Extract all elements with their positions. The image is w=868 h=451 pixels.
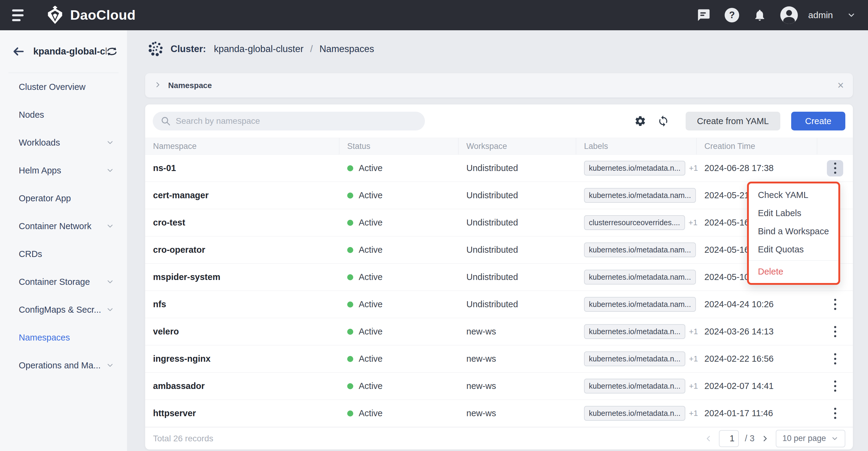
page-count: / 3	[745, 433, 754, 444]
label-chip[interactable]: kubernetes.io/metadata.n...	[584, 161, 685, 175]
label-chip[interactable]: kubernetes.io/metadata.n...	[584, 351, 685, 366]
breadcrumb-cluster[interactable]: kpanda-global-cluster	[214, 44, 303, 55]
labels-cell: kubernetes.io/metadata.n...+1	[576, 400, 696, 427]
sidebar-item-namespaces[interactable]: Namespaces	[0, 323, 127, 351]
row-actions-cell	[817, 400, 853, 427]
back-icon[interactable]	[13, 47, 24, 56]
menu-item-edit-labels[interactable]: Edit Labels	[749, 204, 838, 222]
namespace-name[interactable]: cert-manager	[145, 182, 339, 209]
row-actions-cell	[817, 291, 853, 318]
help-icon[interactable]: ?	[725, 8, 739, 22]
column-header-workspace[interactable]: Workspace	[459, 138, 576, 154]
menu-item-delete[interactable]: Delete	[749, 262, 838, 281]
chevron-down-icon	[106, 222, 114, 230]
sidebar-item-container-storage[interactable]: Container Storage	[0, 268, 127, 296]
namespace-name[interactable]: ambassador	[145, 373, 339, 399]
settings-gear-icon[interactable]	[634, 115, 646, 127]
column-header-creation-time[interactable]: Creation Time	[696, 138, 817, 154]
row-actions-kebab-icon[interactable]	[827, 296, 843, 313]
label-chip[interactable]: kubernetes.io/metadata.n...	[584, 324, 685, 339]
page-number-input[interactable]	[719, 430, 739, 447]
sidebar-item-workloads[interactable]: Workloads	[0, 129, 127, 157]
namespace-name[interactable]: cro-test	[145, 209, 339, 236]
status-cell: Active	[339, 182, 459, 209]
label-chip[interactable]: kubernetes.io/metadata.nam...	[584, 188, 696, 203]
column-header-namespace[interactable]: Namespace	[145, 138, 339, 154]
label-chip[interactable]: clusterresourceoverrides....	[584, 215, 685, 230]
sidebar-item-container-network[interactable]: Container Network	[0, 212, 127, 240]
status-dot	[347, 247, 353, 253]
brand-logo[interactable]: DaoCloud	[46, 5, 135, 25]
expand-chevron-right-icon[interactable]	[154, 81, 162, 90]
row-actions-kebab-icon[interactable]	[827, 378, 843, 394]
prev-page-icon[interactable]	[704, 434, 713, 443]
switch-cluster-icon[interactable]	[106, 47, 117, 56]
sidebar-item-helm-apps[interactable]: Helm Apps	[0, 157, 127, 184]
row-actions-kebab-icon[interactable]	[827, 160, 843, 176]
refresh-icon[interactable]	[657, 115, 669, 127]
sidebar-item-cluster-overview[interactable]: Cluster Overview	[0, 73, 127, 101]
sidebar-item-label: Operator App	[19, 193, 114, 203]
chevron-down-icon	[106, 138, 114, 147]
menu-item-check-yaml[interactable]: Check YAML	[749, 186, 838, 204]
column-header-labels[interactable]: Labels	[576, 138, 696, 154]
page-size-select[interactable]: 10 per page	[776, 430, 845, 447]
search-box[interactable]	[153, 112, 425, 131]
row-context-menu: Check YAMLEdit LabelsBind a WorkspaceEdi…	[747, 181, 840, 285]
labels-cell: kubernetes.io/metadata.n...+1	[576, 318, 696, 345]
label-chip[interactable]: kubernetes.io/metadata.nam...	[584, 297, 696, 312]
avatar[interactable]	[780, 6, 798, 24]
user-menu-chevron-down-icon[interactable]	[847, 10, 856, 20]
status-dot	[347, 411, 353, 417]
close-icon[interactable]: ×	[837, 80, 844, 91]
status-cell: Active	[339, 209, 459, 236]
namespace-notice-bar[interactable]: Namespace ×	[145, 73, 853, 97]
chat-icon[interactable]	[697, 8, 711, 22]
sidebar-item-operator-app[interactable]: Operator App	[0, 184, 127, 212]
sidebar-item-nodes[interactable]: Nodes	[0, 101, 127, 129]
namespace-name[interactable]: ingress-nginx	[145, 345, 339, 372]
sidebar-item-crds[interactable]: CRDs	[0, 240, 127, 268]
label-chip[interactable]: kubernetes.io/metadata.n...	[584, 406, 685, 421]
next-page-icon[interactable]	[761, 434, 770, 443]
sidebar-item-configmaps-secr[interactable]: ConfigMaps & Secr...	[0, 296, 127, 323]
sidebar-item-label: Workloads	[19, 138, 106, 148]
bell-icon[interactable]	[753, 8, 766, 22]
label-chip[interactable]: kubernetes.io/metadata.nam...	[584, 243, 696, 257]
labels-cell: kubernetes.io/metadata.n...+1	[576, 345, 696, 372]
menu-item-edit-quotas[interactable]: Edit Quotas	[749, 240, 838, 258]
namespace-name[interactable]: velero	[145, 318, 339, 345]
namespace-name[interactable]: mspider-system	[145, 264, 339, 290]
create-from-yaml-button[interactable]: Create from YAML	[686, 112, 780, 131]
row-actions-kebab-icon[interactable]	[827, 351, 843, 367]
table-row: httpserverActivenew-wskubernetes.io/meta…	[145, 400, 853, 427]
daocloud-logo-icon	[46, 5, 63, 25]
namespace-name[interactable]: nfs	[145, 291, 339, 318]
breadcrumb-current: Namespaces	[319, 44, 374, 55]
cluster-name[interactable]: kpanda-global-cl...	[33, 46, 106, 57]
table-row: mspider-systemActiveUndistributedkuberne…	[145, 264, 853, 291]
breadcrumb-separator: /	[310, 44, 313, 55]
search-input[interactable]	[176, 116, 417, 126]
status-label: Active	[359, 299, 382, 309]
hamburger-menu-icon[interactable]	[12, 9, 24, 21]
namespace-name[interactable]: httpserver	[145, 400, 339, 427]
page-size-value: 10 per page	[782, 434, 826, 443]
menu-item-bind-a-workspace[interactable]: Bind a Workspace	[749, 222, 838, 240]
create-button[interactable]: Create	[791, 112, 845, 131]
status-label: Active	[359, 218, 382, 228]
label-chip[interactable]: kubernetes.io/metadata.n...	[584, 379, 685, 394]
row-actions-kebab-icon[interactable]	[827, 323, 843, 340]
row-actions-kebab-icon[interactable]	[827, 405, 843, 422]
label-more-count[interactable]: +1	[689, 218, 698, 227]
select-chevron-down-icon	[831, 435, 839, 443]
cluster-dots-icon	[148, 41, 164, 57]
label-chip[interactable]: kubernetes.io/metadata.nam...	[584, 270, 696, 284]
labels-cell: kubernetes.io/metadata.nam...	[576, 182, 696, 209]
namespace-name[interactable]: ns-01	[145, 155, 339, 181]
breadcrumb-label: Cluster:	[170, 44, 206, 55]
sidebar-item-operations-and-ma[interactable]: Operations and Ma...	[0, 351, 127, 379]
namespace-name[interactable]: cro-operator	[145, 236, 339, 263]
workspace-cell: Undistributed	[459, 291, 576, 318]
column-header-status[interactable]: Status	[339, 138, 459, 154]
